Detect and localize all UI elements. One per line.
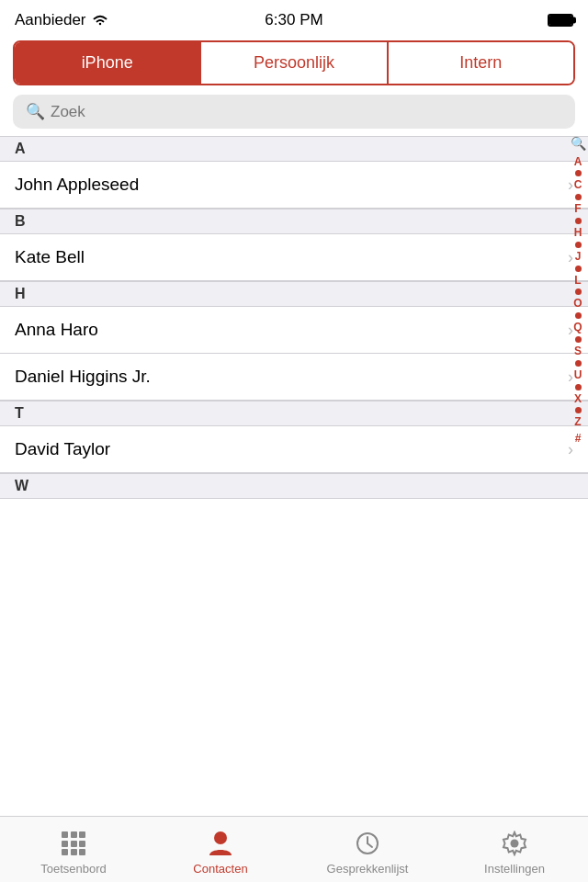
index-dot-9: [575, 360, 582, 367]
svg-point-4: [511, 840, 519, 848]
top-tab-bar: iPhone Persoonlijk Intern: [13, 40, 575, 85]
index-dot-4: [575, 242, 582, 248]
index-dot-3: [575, 218, 582, 224]
contact-name: David Taylor: [15, 439, 110, 459]
contacts-list: A John Appleseed › B Kate Bell › H Anna …: [0, 136, 588, 796]
contact-row[interactable]: Kate Bell ›: [0, 234, 588, 281]
tab-label-instellingen: Instellingen: [484, 862, 545, 876]
status-bar: Aanbieder 6:30 PM: [0, 0, 588, 40]
clock-icon: [353, 829, 382, 858]
section-header-t: T: [0, 401, 588, 426]
tab-persoonlijk[interactable]: Persoonlijk: [201, 42, 388, 84]
tab-toetsenbord[interactable]: Toetsenbord: [0, 823, 147, 876]
contact-row[interactable]: David Taylor ›: [0, 426, 588, 473]
index-dot-11: [575, 407, 582, 413]
person-icon: [206, 829, 235, 858]
contact-name: Kate Bell: [15, 247, 85, 267]
index-j[interactable]: J: [575, 249, 582, 265]
index-dot-10: [575, 384, 582, 390]
index-z[interactable]: Z: [574, 414, 581, 430]
section-header-h: H: [0, 281, 588, 307]
index-dot-5: [575, 266, 582, 272]
search-icon: 🔍: [26, 102, 45, 121]
tab-label-gesprekkenlijst: Gesprekkenlijst: [327, 862, 409, 876]
index-q[interactable]: Q: [573, 320, 582, 335]
index-u[interactable]: U: [574, 368, 582, 383]
index-c[interactable]: C: [574, 177, 582, 193]
bottom-tab-bar: Toetsenbord Contacten Gesprekkenlijst: [0, 816, 588, 882]
contact-name: John Appleseed: [15, 175, 139, 195]
carrier-label: Aanbieder: [15, 11, 86, 29]
contact-row[interactable]: John Appleseed ›: [0, 162, 588, 209]
svg-point-0: [214, 831, 227, 844]
index-o[interactable]: O: [573, 296, 582, 311]
index-h[interactable]: H: [574, 225, 582, 241]
index-dot-1: [575, 170, 582, 176]
contact-name: Daniel Higgins Jr.: [15, 367, 151, 387]
tab-contacten[interactable]: Contacten: [147, 823, 294, 876]
section-header-w: W: [0, 473, 588, 499]
gear-icon: [500, 829, 529, 858]
index-dot-7: [575, 312, 582, 319]
tab-intern[interactable]: Intern: [389, 42, 573, 84]
battery-icon: [548, 14, 573, 27]
index-hash[interactable]: #: [575, 431, 582, 447]
wifi-icon: [92, 14, 108, 27]
index-s[interactable]: S: [574, 344, 582, 359]
tab-gesprekkenlijst[interactable]: Gesprekkenlijst: [294, 823, 441, 876]
alphabet-index: 🔍 A C F H J L O Q S U X Z #: [568, 133, 588, 447]
index-l[interactable]: L: [574, 273, 581, 288]
status-time: 6:30 PM: [265, 11, 322, 29]
search-bar: 🔍: [13, 95, 575, 129]
section-header-a: A: [0, 136, 588, 162]
search-input[interactable]: [51, 103, 562, 121]
contact-row[interactable]: Daniel Higgins Jr. ›: [0, 354, 588, 401]
carrier-info: Aanbieder: [15, 11, 108, 29]
contact-name: Anna Haro: [15, 320, 98, 340]
tab-label-toetsenbord: Toetsenbord: [40, 862, 107, 876]
index-search[interactable]: 🔍: [571, 135, 586, 153]
contact-row[interactable]: Anna Haro ›: [0, 307, 588, 354]
tab-label-contacten: Contacten: [193, 862, 247, 876]
tab-instellingen[interactable]: Instellingen: [441, 823, 588, 876]
svg-line-3: [368, 843, 372, 847]
grid-icon: [59, 829, 88, 858]
index-dot-2: [575, 194, 582, 200]
index-dot-8: [575, 336, 582, 343]
index-f[interactable]: F: [574, 201, 581, 217]
index-x[interactable]: X: [574, 391, 582, 407]
section-header-b: B: [0, 209, 588, 234]
index-dot-6: [575, 288, 582, 295]
tab-iphone[interactable]: iPhone: [15, 42, 201, 84]
index-a[interactable]: A: [574, 154, 582, 170]
